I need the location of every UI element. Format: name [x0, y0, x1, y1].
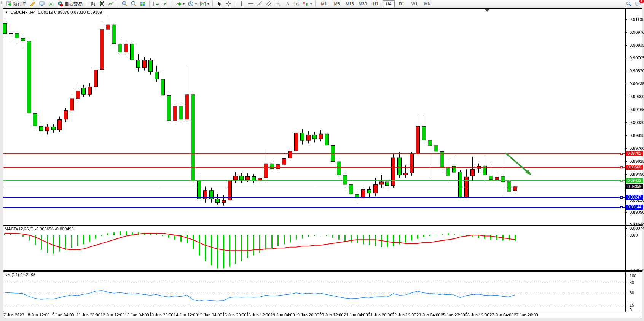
toolbar-separator: [315, 1, 316, 7]
toolbar-grip: [1, 1, 2, 6]
auto-scroll-icon: [153, 1, 159, 7]
chevron-down-icon: ▾: [310, 2, 312, 6]
candlestick-icon: [99, 1, 105, 7]
zoom-out-button[interactable]: [129, 0, 138, 8]
timeframe-button-mn[interactable]: MN: [421, 0, 434, 7]
auto-scroll-button[interactable]: [151, 0, 161, 8]
autotrading-button[interactable]: 自动交易: [56, 0, 84, 8]
channel-icon: E: [266, 1, 272, 7]
timeframe-button-m30[interactable]: M30: [357, 0, 369, 7]
text-label-button[interactable]: T: [292, 0, 301, 8]
chart-window: ▼ USDCHF-,H4 0.89319 0.89370 0.89310 0.8…: [3, 8, 642, 318]
chart-shift-button[interactable]: [161, 0, 170, 8]
editor-icon: [30, 1, 36, 7]
tile-windows-icon: [140, 1, 146, 7]
zoom-in-button[interactable]: [120, 0, 129, 8]
text-label-icon: T: [293, 1, 300, 7]
indicators-button[interactable]: ▾: [174, 0, 186, 8]
notification-badge: 1: [639, 0, 644, 3]
monitor-icon: [39, 1, 45, 7]
chart-canvas[interactable]: [3, 8, 642, 318]
periods-button[interactable]: ▾: [186, 0, 198, 8]
autotrading-icon: [57, 1, 63, 7]
arrows-button[interactable]: ▾: [301, 0, 313, 8]
trendline-button[interactable]: [255, 0, 265, 8]
chart-shift-icon: [162, 1, 168, 7]
timeframe-button-m1[interactable]: M1: [318, 0, 330, 7]
svg-text:F: F: [279, 5, 281, 7]
indicators-icon: [175, 1, 182, 7]
toolbar-separator: [235, 1, 235, 7]
new-order-button[interactable]: 新订单: [4, 0, 28, 8]
timeframe-button-d1[interactable]: D1: [395, 0, 408, 7]
svg-text:E: E: [270, 5, 271, 7]
timeframe-button-h1[interactable]: H1: [370, 0, 382, 7]
chevron-down-icon: ▾: [183, 2, 185, 6]
timeframe-button-h4[interactable]: H4: [383, 0, 395, 7]
zoom-in-icon: [121, 1, 128, 7]
search-button[interactable]: [624, 0, 633, 8]
chevron-down-icon: ▾: [207, 2, 209, 6]
horizontal-line-icon: [248, 1, 254, 7]
chat-button[interactable]: 1: [633, 0, 642, 8]
toolbar-separator: [172, 1, 172, 7]
signals-button[interactable]: [46, 0, 56, 8]
arrows-icon: [303, 1, 309, 7]
text-icon: A: [284, 1, 290, 7]
search-icon: [626, 1, 632, 7]
text-button[interactable]: A: [283, 0, 292, 8]
toolbar-separator: [149, 1, 150, 7]
market-watch-button[interactable]: [37, 0, 46, 8]
crosshair-button[interactable]: [224, 0, 233, 8]
autotrading-label: 自动交易: [64, 1, 83, 7]
templates-icon: [200, 1, 206, 7]
new-order-icon: [6, 1, 12, 7]
main-toolbar: 新订单 自动交易: [0, 0, 644, 8]
fibonacci-icon: F: [275, 1, 281, 7]
cursor-icon: [216, 1, 222, 7]
fibonacci-button[interactable]: F: [274, 0, 283, 8]
svg-text:A: A: [286, 1, 289, 6]
chevron-down-icon: ▾: [195, 2, 197, 6]
horizontal-line-button[interactable]: [246, 0, 255, 8]
tile-windows-button[interactable]: [138, 0, 147, 8]
ohlc-bars-icon: [90, 1, 96, 7]
bar-chart-button[interactable]: [88, 0, 97, 8]
toolbar-separator: [118, 1, 118, 7]
cursor-button[interactable]: [215, 0, 224, 8]
new-order-label: 新订单: [13, 1, 27, 7]
templates-button[interactable]: ▾: [198, 0, 210, 8]
timeframe-button-m15[interactable]: M15: [344, 0, 356, 7]
timeframe-group: M1M5M15M30H1H4D1W1MN: [316, 0, 435, 8]
vertical-line-icon: [239, 1, 245, 7]
crosshair-icon: [225, 1, 231, 7]
timeframe-button-w1[interactable]: W1: [408, 0, 421, 7]
vertical-line-button[interactable]: [237, 0, 246, 8]
zoom-out-icon: [131, 1, 137, 7]
line-chart-button[interactable]: [107, 0, 116, 8]
editor-button[interactable]: [28, 0, 37, 8]
line-chart-icon: [108, 1, 114, 7]
equidistant-channel-button[interactable]: E: [265, 0, 274, 8]
trendline-icon: [257, 1, 263, 7]
toolbar-separator: [86, 1, 86, 7]
signal-icon: [48, 1, 54, 7]
candlestick-chart-button[interactable]: [97, 0, 107, 8]
svg-text:T: T: [296, 2, 298, 6]
timeframe-button-m5[interactable]: M5: [331, 0, 343, 7]
toolbar-separator: [212, 1, 213, 7]
clock-icon: [188, 1, 194, 7]
